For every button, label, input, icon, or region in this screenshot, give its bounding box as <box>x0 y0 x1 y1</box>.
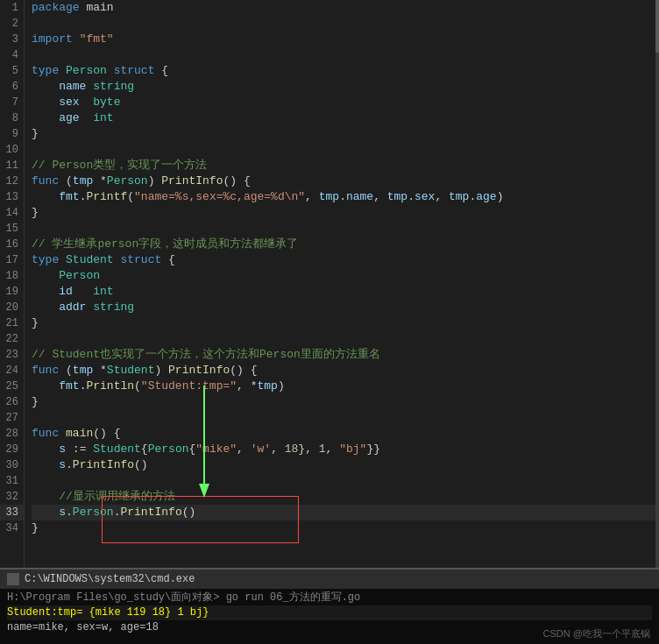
code-line-13: fmt.Printf("name=%s,sex=%c,age=%d\n", tm… <box>32 189 659 205</box>
line-number-21: 21 <box>0 315 24 331</box>
code-line-6: name string <box>32 79 659 95</box>
line-number-27: 27 <box>0 410 24 426</box>
scrollbar-track[interactable] <box>655 0 659 568</box>
code-line-17: type Student struct { <box>32 252 659 268</box>
line-number-14: 14 <box>0 205 24 221</box>
line-number-31: 31 <box>0 473 24 489</box>
editor-container: 1234567891011121314151617181920212223242… <box>0 0 659 568</box>
code-line-29: s := Student{Person{"mike", 'w', 18}, 1,… <box>32 442 659 457</box>
code-line-31 <box>32 473 659 489</box>
code-line-25: fmt.Println("Student:tmp=", *tmp) <box>32 379 659 394</box>
line-numbers-panel: 1234567891011121314151617181920212223242… <box>0 0 25 568</box>
line-number-19: 19 <box>0 284 24 300</box>
line-number-10: 10 <box>0 142 24 158</box>
line-number-28: 28 <box>0 426 24 442</box>
code-line-28: func main() { <box>32 426 659 442</box>
line-number-34: 34 <box>0 520 24 536</box>
line-number-9: 9 <box>0 126 24 142</box>
terminal-container: C:\WINDOWS\system32\cmd.exe H:\Program F… <box>0 568 659 644</box>
code-line-10 <box>32 142 659 158</box>
code-line-3: import "fmt" <box>32 32 659 47</box>
code-line-14: } <box>32 205 659 221</box>
code-line-4 <box>32 47 659 63</box>
line-number-7: 7 <box>0 95 24 110</box>
watermark: CSDN @吃我一个平底锅 <box>543 627 650 640</box>
terminal-line-1: Student:tmp= {mike 119 18} 1 bj} <box>7 605 652 620</box>
code-line-8: age int <box>32 110 659 126</box>
code-line-27 <box>32 410 659 426</box>
line-number-6: 6 <box>0 79 24 95</box>
terminal-title-text: C:\WINDOWS\system32\cmd.exe <box>25 573 195 585</box>
line-number-11: 11 <box>0 158 24 173</box>
line-number-22: 22 <box>0 331 24 347</box>
code-line-12: func (tmp *Person) PrintInfo() { <box>32 173 659 189</box>
code-line-11: // Person类型，实现了一个方法 <box>32 158 659 173</box>
code-panel: package main import "fmt" type Person st… <box>25 0 659 568</box>
code-line-30: s.PrintInfo() <box>32 457 659 473</box>
code-line-9: } <box>32 126 659 142</box>
code-line-15 <box>32 221 659 237</box>
line-number-33: 33 <box>0 505 24 520</box>
terminal-icon <box>7 573 19 585</box>
line-number-3: 3 <box>0 32 24 47</box>
line-number-18: 18 <box>0 268 24 284</box>
code-line-16: // 学生继承person字段，这时成员和方法都继承了 <box>32 237 659 252</box>
line-number-15: 15 <box>0 221 24 237</box>
code-line-21: } <box>32 315 659 331</box>
line-number-5: 5 <box>0 63 24 79</box>
code-line-34: } <box>32 520 659 536</box>
code-line-24: func (tmp *Student) PrintInfo() { <box>32 363 659 379</box>
line-number-30: 30 <box>0 457 24 473</box>
line-number-26: 26 <box>0 394 24 410</box>
code-line-22 <box>32 331 659 347</box>
line-number-1: 1 <box>0 0 24 16</box>
code-line-2 <box>32 16 659 32</box>
code-line-20: addr string <box>32 300 659 315</box>
line-number-24: 24 <box>0 363 24 379</box>
code-line-1: package main <box>32 0 659 16</box>
terminal-line-0: H:\Program Files\go_study\面向对象> go run 0… <box>7 591 652 605</box>
line-number-17: 17 <box>0 252 24 268</box>
line-number-16: 16 <box>0 237 24 252</box>
code-line-19: id int <box>32 284 659 300</box>
code-line-23: // Student也实现了一个方法，这个方法和Person里面的方法重名 <box>32 347 659 363</box>
line-number-32: 32 <box>0 489 24 505</box>
code-line-18: Person <box>32 268 659 284</box>
terminal-title-bar: C:\WINDOWS\system32\cmd.exe <box>0 570 659 589</box>
line-number-29: 29 <box>0 442 24 457</box>
code-line-32: //显示调用继承的方法 <box>32 489 659 505</box>
line-number-2: 2 <box>0 16 24 32</box>
code-line-5: type Person struct { <box>32 63 659 79</box>
line-number-20: 20 <box>0 300 24 315</box>
code-line-33: s.Person.PrintInfo() <box>32 505 659 520</box>
line-number-25: 25 <box>0 379 24 394</box>
line-number-8: 8 <box>0 110 24 126</box>
line-number-23: 23 <box>0 347 24 363</box>
code-line-26: } <box>32 394 659 410</box>
line-number-12: 12 <box>0 173 24 189</box>
line-number-13: 13 <box>0 189 24 205</box>
code-line-7: sex byte <box>32 95 659 110</box>
scrollbar-thumb <box>655 0 659 53</box>
line-number-4: 4 <box>0 47 24 63</box>
